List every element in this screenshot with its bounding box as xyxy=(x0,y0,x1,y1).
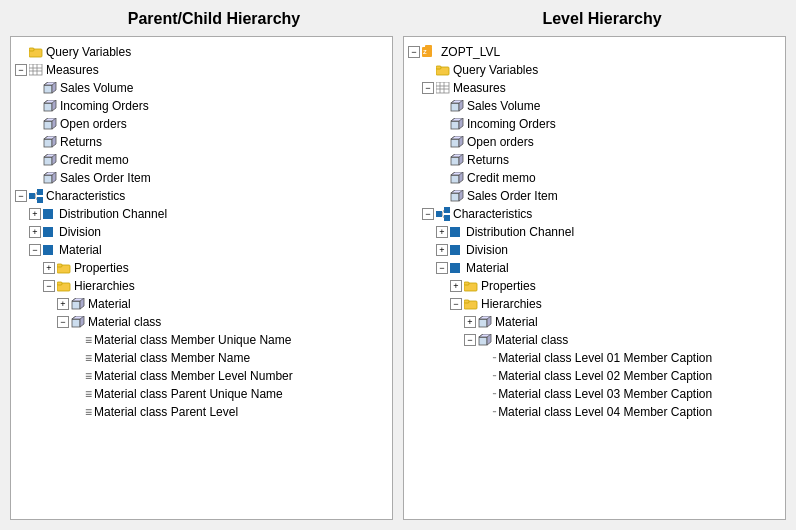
node-label: Open orders xyxy=(60,116,127,132)
tree-node-properties[interactable]: + Properties xyxy=(15,259,388,277)
dots-icon: ≡ xyxy=(85,350,91,366)
tree-node-hierarchies[interactable]: − Hierarchies xyxy=(15,277,388,295)
collapse-toggle[interactable]: − xyxy=(57,316,69,328)
tree-node-returns[interactable]: Returns xyxy=(408,151,781,169)
expand-toggle[interactable]: + xyxy=(464,316,476,328)
collapse-toggle[interactable]: − xyxy=(15,190,27,202)
svg-line-28 xyxy=(35,192,37,196)
expand-toggle[interactable]: + xyxy=(29,226,41,238)
node-label: Query Variables xyxy=(453,62,538,78)
tree-node-mc-level04[interactable]: ····Material class Level 04 Member Capti… xyxy=(408,403,781,421)
tree-node-sales-volume[interactable]: Sales Volume xyxy=(408,97,781,115)
collapse-toggle[interactable]: − xyxy=(436,262,448,274)
tree-node-material-class[interactable]: − Material class xyxy=(15,313,388,331)
expand-toggle[interactable]: + xyxy=(436,226,448,238)
blue-square-icon xyxy=(43,245,56,255)
small-dots-icon: ···· xyxy=(492,350,495,366)
node-label: Characteristics xyxy=(453,206,532,222)
collapse-toggle[interactable]: − xyxy=(464,334,476,346)
node-label: Measures xyxy=(453,80,506,96)
tree-node-incoming-orders[interactable]: Incoming Orders xyxy=(15,97,388,115)
node-label: Returns xyxy=(467,152,509,168)
svg-rect-70 xyxy=(444,215,450,221)
svg-rect-68 xyxy=(436,211,442,217)
tree-node-open-orders[interactable]: Open orders xyxy=(15,115,388,133)
tree-node-mc-level01[interactable]: ····Material class Level 01 Member Capti… xyxy=(408,349,781,367)
tree-node-material-class[interactable]: − Material class xyxy=(408,331,781,349)
dots-icon: ≡ xyxy=(85,386,91,402)
tree-node-query-vars[interactable]: Query Variables xyxy=(408,61,781,79)
node-label: Properties xyxy=(74,260,129,276)
svg-rect-62 xyxy=(451,175,459,183)
tree-node-sales-volume[interactable]: Sales Volume xyxy=(15,79,388,97)
tree-node-incoming-orders[interactable]: Incoming Orders xyxy=(408,115,781,133)
cube-icon xyxy=(478,316,492,328)
node-label: Characteristics xyxy=(46,188,125,204)
tree-node-measures[interactable]: − Measures xyxy=(15,61,388,79)
tree-node-credit-memo[interactable]: Credit memo xyxy=(408,169,781,187)
node-label: Material class Level 03 Member Caption xyxy=(498,386,712,402)
tree-node-sales-order-item[interactable]: Sales Order Item xyxy=(15,169,388,187)
collapse-toggle[interactable]: − xyxy=(29,244,41,256)
node-label: Material class Parent Unique Name xyxy=(94,386,283,402)
tree-node-distribution-channel[interactable]: +Distribution Channel xyxy=(15,205,388,223)
tree-node-material-h[interactable]: + Material xyxy=(408,313,781,331)
tree-node-division[interactable]: +Division xyxy=(408,241,781,259)
tree-node-mc-level02[interactable]: ····Material class Level 02 Member Capti… xyxy=(408,367,781,385)
svg-rect-59 xyxy=(451,157,459,165)
collapse-toggle[interactable]: − xyxy=(408,46,420,58)
cube-icon xyxy=(450,172,464,184)
characteristics-icon xyxy=(436,207,450,221)
cube-icon xyxy=(450,118,464,130)
expand-toggle[interactable]: + xyxy=(436,244,448,256)
cube-icon xyxy=(43,172,57,184)
tree-node-properties[interactable]: + Properties xyxy=(408,277,781,295)
svg-text:Z: Z xyxy=(423,49,427,55)
tree-node-characteristics[interactable]: − Characteristics xyxy=(408,205,781,223)
tree-node-mc-member-name[interactable]: ≡Material class Member Name xyxy=(15,349,388,367)
svg-rect-34 xyxy=(72,301,80,309)
tree-node-distribution-channel[interactable]: +Distribution Channel xyxy=(408,223,781,241)
svg-rect-22 xyxy=(44,175,52,183)
svg-rect-77 xyxy=(479,319,487,327)
cube-icon xyxy=(43,118,57,130)
tree-node-sales-order-item[interactable]: Sales Order Item xyxy=(408,187,781,205)
tree-node-query-vars[interactable]: Query Variables xyxy=(15,43,388,61)
tree-node-characteristics[interactable]: − Characteristics xyxy=(15,187,388,205)
collapse-toggle[interactable]: − xyxy=(43,280,55,292)
blue-square-icon xyxy=(450,263,463,273)
left-panel-title: Parent/Child Hierarchy xyxy=(10,10,398,28)
expand-toggle[interactable]: + xyxy=(29,208,41,220)
tree-node-mc-parent-level[interactable]: ≡Material class Parent Level xyxy=(15,403,388,421)
tree-node-credit-memo[interactable]: Credit memo xyxy=(15,151,388,169)
node-label: Properties xyxy=(481,278,536,294)
expand-toggle[interactable]: + xyxy=(450,280,462,292)
tree-node-mc-member-level-number[interactable]: ≡Material class Member Level Number xyxy=(15,367,388,385)
expand-toggle[interactable]: + xyxy=(57,298,69,310)
tree-node-returns[interactable]: Returns xyxy=(15,133,388,151)
tree-node-division[interactable]: +Division xyxy=(15,223,388,241)
tree-node-open-orders[interactable]: Open orders xyxy=(408,133,781,151)
svg-rect-45 xyxy=(436,82,449,93)
tree-node-material-h[interactable]: + Material xyxy=(15,295,388,313)
tree-node-root[interactable]: − Z ZOPT_LVL xyxy=(408,43,781,61)
tree-node-mc-member-unique-name[interactable]: ≡Material class Member Unique Name xyxy=(15,331,388,349)
svg-rect-1 xyxy=(29,48,34,51)
node-label: Division xyxy=(59,224,101,240)
collapse-toggle[interactable]: − xyxy=(15,64,27,76)
collapse-toggle[interactable]: − xyxy=(422,208,434,220)
svg-rect-27 xyxy=(37,197,43,203)
node-label: Division xyxy=(466,242,508,258)
node-label: Hierarchies xyxy=(74,278,135,294)
tree-node-material[interactable]: −Material xyxy=(15,241,388,259)
tree-node-measures[interactable]: − Measures xyxy=(408,79,781,97)
collapse-toggle[interactable]: − xyxy=(450,298,462,310)
node-label: Incoming Orders xyxy=(60,98,149,114)
tree-node-material[interactable]: −Material xyxy=(408,259,781,277)
tree-node-mc-parent-unique-name[interactable]: ≡Material class Parent Unique Name xyxy=(15,385,388,403)
tree-node-hierarchies[interactable]: − Hierarchies xyxy=(408,295,781,313)
expand-toggle[interactable]: + xyxy=(43,262,55,274)
node-label: Distribution Channel xyxy=(466,224,574,240)
tree-node-mc-level03[interactable]: ····Material class Level 03 Member Capti… xyxy=(408,385,781,403)
collapse-toggle[interactable]: − xyxy=(422,82,434,94)
